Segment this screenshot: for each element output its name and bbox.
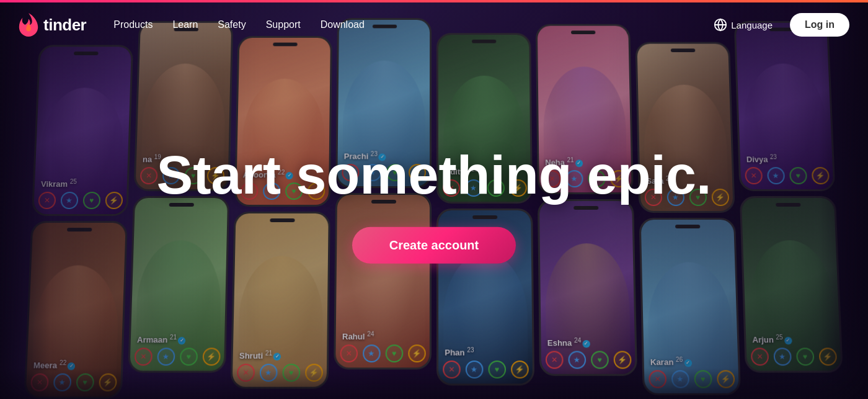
nav-safety[interactable]: Safety xyxy=(209,14,254,35)
login-button[interactable]: Log in xyxy=(790,13,849,37)
hero-content: Start something epic. Create account xyxy=(0,147,868,263)
top-accent-bar xyxy=(0,0,868,2)
language-icon xyxy=(714,18,727,32)
nav-learn[interactable]: Learn xyxy=(164,14,206,35)
edge-fade-bottom xyxy=(0,368,868,399)
nav-support[interactable]: Support xyxy=(257,14,309,35)
nav-right: Language Log in xyxy=(706,13,849,37)
language-label: Language xyxy=(731,20,773,30)
create-account-button[interactable]: Create account xyxy=(352,226,516,263)
cta-container: Create account xyxy=(0,226,868,263)
logo-text: tinder xyxy=(43,16,86,35)
navbar: tinder Products Learn Safety Support Dow… xyxy=(0,0,868,50)
nav-download[interactable]: Download xyxy=(312,14,373,35)
language-button[interactable]: Language xyxy=(706,13,780,37)
nav-products[interactable]: Products xyxy=(105,14,161,35)
hero-title: Start something epic. xyxy=(0,147,868,202)
nav-links: Products Learn Safety Support Download xyxy=(105,14,706,35)
tinder-flame-icon xyxy=(19,13,38,37)
logo[interactable]: tinder xyxy=(19,13,86,37)
